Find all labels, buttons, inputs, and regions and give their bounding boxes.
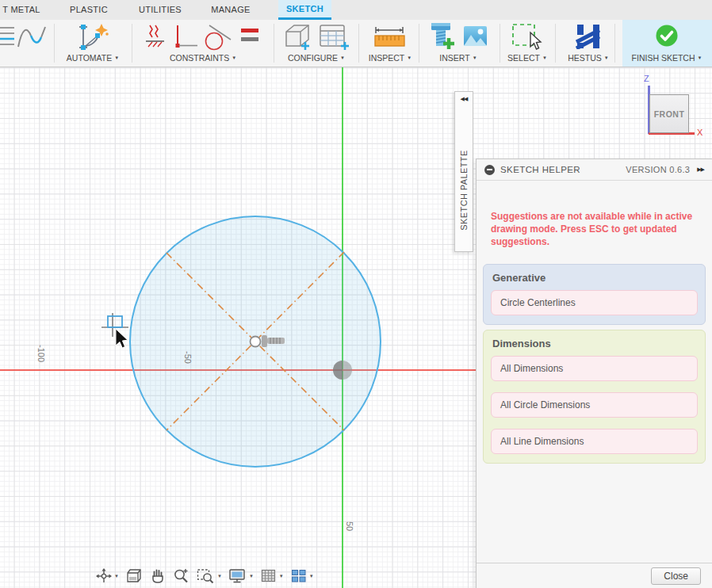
viewcube-z-label: Z (644, 74, 649, 83)
chevron-down-icon: ▼ (542, 55, 547, 60)
chevron-down-icon: ▼ (407, 55, 412, 60)
display-settings-icon (228, 567, 247, 585)
dimensions-section: Dimensions All Dimensions All Circle Dim… (483, 330, 706, 464)
viewcube-front-face[interactable]: FRONT (649, 94, 689, 133)
toolbar-separator (419, 24, 419, 63)
all-dimensions-button[interactable]: All Dimensions (491, 356, 698, 381)
select-dropdown[interactable]: SELECT▼ (507, 53, 547, 63)
chevron-down-icon: ▼ (114, 574, 119, 578)
automate-icon[interactable] (78, 22, 109, 55)
generative-section-title: Generative (492, 272, 698, 284)
circle-center-point[interactable] (251, 337, 261, 347)
display-settings-button[interactable]: ▼ (227, 567, 255, 586)
chevron-down-icon: ▼ (279, 574, 284, 578)
sketch-palette-label: SKETCH PALETTE (459, 150, 469, 230)
look-at-icon (125, 567, 143, 585)
navigation-bar: ▼ (94, 566, 316, 586)
orbit-icon (95, 567, 113, 585)
chevron-down-icon: ▼ (340, 55, 345, 60)
minimize-icon[interactable] (484, 165, 495, 175)
tangent-constraint-icon[interactable] (201, 24, 233, 54)
constraints-dropdown[interactable]: CONSTRAINTS▼ (170, 53, 236, 63)
zoom-window-icon (197, 567, 216, 585)
sketch-helper-panel: SKETCH HELPER VERSION 0.6.3 ▶▶ Suggestio… (476, 158, 712, 588)
grid-settings-button[interactable]: ▼ (258, 567, 285, 586)
automate-dropdown[interactable]: AUTOMATE▼ (67, 53, 119, 63)
collapse-left-icon[interactable]: ◀◀ (455, 96, 473, 102)
axis-label-neg100: -100 (36, 345, 46, 362)
configure-dropdown[interactable]: CONFIGURE▼ (288, 53, 345, 63)
fusion-sketch-window: T METAL PLASTIC UTILITIES MANAGE SKETCH (0, 0, 712, 588)
finish-sketch-check-icon[interactable] (655, 24, 679, 51)
tab-sketch[interactable]: SKETCH (278, 0, 331, 20)
toolbar-separator (132, 24, 132, 63)
pan-hand-icon (149, 567, 167, 585)
grid-icon (260, 567, 278, 585)
select-label: SELECT (507, 53, 540, 63)
tab-manage[interactable]: MANAGE (207, 0, 255, 20)
origin-point[interactable] (333, 361, 352, 380)
zoom-icon (173, 567, 190, 585)
finish-sketch-dropdown[interactable]: FINISH SKETCH▼ (632, 53, 702, 63)
axis-label-pos50: 50 (345, 521, 354, 531)
finish-sketch-label: FINISH SKETCH (632, 53, 695, 63)
panel-version: VERSION 0.6.3 (626, 165, 690, 174)
viewports-icon (290, 567, 308, 585)
zoom-button[interactable] (171, 567, 192, 586)
fix-constraint-icon[interactable] (145, 24, 166, 52)
sketch-helper-header: SKETCH HELPER VERSION 0.6.3 ▶▶ (477, 159, 712, 181)
vertical-horizontal-constraint-icon[interactable] (171, 24, 198, 52)
viewports-button[interactable]: ▼ (289, 567, 316, 586)
ribbon-tab-bar: T METAL PLASTIC UTILITIES MANAGE SKETCH (0, 0, 712, 20)
toolbar-separator (54, 24, 55, 63)
toolbar-separator (358, 24, 359, 63)
toolbar-separator (500, 24, 500, 63)
viewcube-x-label: X (697, 128, 702, 137)
suggestions-warning-text: Suggestions are not available while in a… (491, 210, 698, 249)
hestus-label: HESTUS (568, 53, 602, 63)
sketch-palette-strip[interactable]: ◀◀ SKETCH PALETTE (454, 91, 473, 252)
toolbar-separator (274, 24, 274, 63)
tab-plastic[interactable]: PLASTIC (65, 0, 113, 20)
chevron-down-icon: ▼ (309, 574, 314, 578)
mouse-cursor-icon (116, 329, 128, 348)
configure-box-icon[interactable] (283, 23, 313, 55)
select-icon[interactable] (511, 23, 543, 55)
panel-title: SKETCH HELPER (500, 165, 580, 174)
panel-footer: Close (477, 563, 712, 588)
automate-label: AUTOMATE (67, 53, 112, 63)
look-at-button[interactable] (124, 567, 144, 586)
line-type-icon[interactable] (0, 25, 16, 52)
expand-right-icon[interactable]: ▶▶ (697, 166, 704, 173)
close-button[interactable]: Close (651, 567, 701, 585)
tab-sheet-metal[interactable]: T METAL (0, 0, 46, 20)
inspect-measure-icon[interactable] (373, 25, 407, 52)
insert-image-icon[interactable] (463, 25, 488, 51)
insert-fastener-icon[interactable] (429, 21, 457, 55)
tab-utilities[interactable]: UTILITIES (135, 0, 186, 20)
hestus-dropdown[interactable]: HESTUS▼ (568, 53, 609, 63)
chevron-down-icon: ▼ (697, 55, 702, 60)
draw-crosshair-icon (101, 313, 128, 337)
configure-label: CONFIGURE (288, 53, 338, 63)
zoom-window-button[interactable]: ▼ (195, 567, 224, 586)
circle-centerlines-button[interactable]: Circle Centerlines (491, 290, 698, 315)
configure-table-icon[interactable] (319, 23, 350, 55)
all-line-dimensions-button[interactable]: All Line Dimensions (491, 429, 698, 454)
chevron-down-icon: ▼ (232, 55, 236, 60)
generative-section: Generative Circle Centerlines (483, 264, 706, 325)
orbit-button[interactable]: ▼ (94, 567, 121, 586)
spline-icon[interactable] (16, 25, 48, 53)
equal-constraint-icon[interactable] (241, 27, 260, 48)
dimensions-section-title: Dimensions (492, 338, 698, 349)
hestus-logo-icon[interactable] (575, 24, 602, 52)
insert-dropdown[interactable]: INSERT▼ (439, 53, 477, 63)
all-circle-dimensions-button[interactable]: All Circle Dimensions (491, 392, 698, 418)
insert-label: INSERT (439, 53, 469, 63)
pan-button[interactable] (147, 567, 168, 586)
chevron-down-icon: ▼ (217, 574, 222, 578)
inspect-dropdown[interactable]: INSPECT▼ (369, 53, 412, 63)
axis-label-neg50: -50 (183, 351, 193, 364)
toolbar-separator (614, 24, 615, 63)
chevron-down-icon: ▼ (473, 55, 477, 60)
